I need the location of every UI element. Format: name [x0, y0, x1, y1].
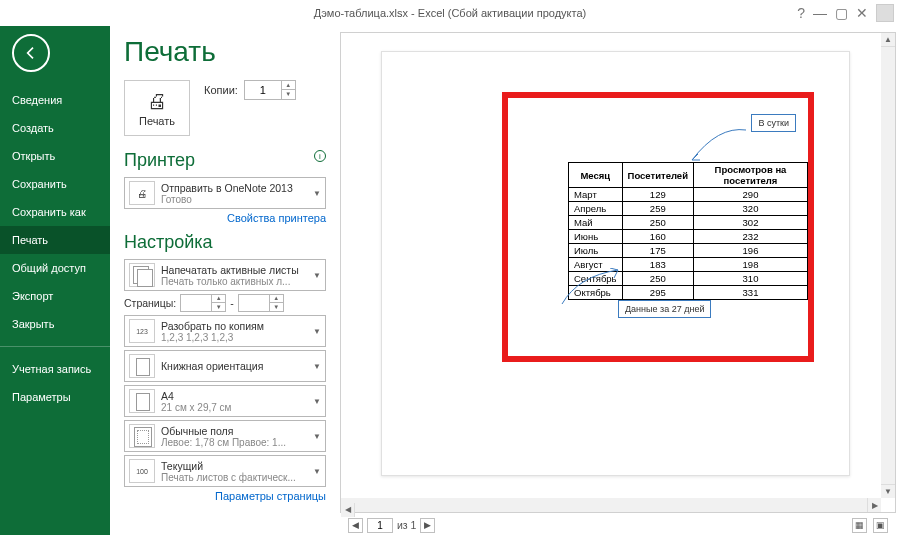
vertical-scrollbar[interactable]: ▲ ▼: [881, 33, 895, 498]
portrait-icon: [129, 354, 155, 378]
table-header: Просмотров на посетителя: [693, 163, 807, 188]
sidebar-item-new[interactable]: Создать: [0, 114, 110, 142]
close-icon[interactable]: ✕: [856, 5, 868, 21]
back-button[interactable]: [12, 34, 50, 72]
prev-page-button[interactable]: ◀: [348, 518, 363, 533]
horizontal-scrollbar[interactable]: ◀ ▶: [341, 498, 881, 512]
chevron-down-icon: ▼: [309, 467, 321, 476]
page-number-input[interactable]: [367, 518, 393, 533]
pages-to-spinner[interactable]: ▲▼: [238, 294, 284, 312]
sidebar-item-share[interactable]: Общий доступ: [0, 254, 110, 282]
table-row: Май250302: [569, 216, 808, 230]
restore-icon[interactable]: ▢: [835, 5, 848, 21]
scaling-icon: 100: [129, 459, 155, 483]
sidebar-item-options[interactable]: Параметры: [0, 383, 110, 411]
highlight-box: В сутки МесяцПосетителейПросмотров на по…: [502, 92, 814, 362]
printer-heading: Принтер: [124, 150, 326, 171]
print-what-selector[interactable]: Напечатать активные листыПечать только а…: [124, 259, 326, 291]
scroll-left-icon[interactable]: ◀: [341, 503, 355, 517]
table-row: Апрель259320: [569, 202, 808, 216]
window-title: Дэмо-таблица.xlsx - Excel (Сбой активаци…: [314, 7, 586, 19]
spinner-up-icon[interactable]: ▲: [282, 81, 295, 90]
preview-footer: ◀ из 1 ▶ ▦ ▣: [340, 515, 896, 535]
minimize-icon[interactable]: —: [813, 5, 827, 21]
paper-icon: [129, 389, 155, 413]
next-page-button[interactable]: ▶: [420, 518, 435, 533]
copies-spinner[interactable]: ▲▼: [244, 80, 296, 100]
collate-selector[interactable]: 123 Разобрать по копиям1,2,3 1,2,3 1,2,3…: [124, 315, 326, 347]
scaling-selector[interactable]: 100 ТекущийПечать листов с фактическ... …: [124, 455, 326, 487]
printer-status-icon: 🖨: [129, 181, 155, 205]
print-preview-pane: В сутки МесяцПосетителейПросмотров на по…: [340, 26, 900, 535]
printer-properties-link[interactable]: Свойства принтера: [124, 212, 326, 224]
user-avatar-icon[interactable]: [876, 4, 894, 22]
copies-label: Копии:: [204, 84, 238, 96]
show-margins-icon[interactable]: ▦: [852, 518, 867, 533]
paper-size-selector[interactable]: A421 см x 29,7 см ▼: [124, 385, 326, 417]
table-header: Месяц: [569, 163, 623, 188]
page-of-label: из 1: [397, 519, 416, 531]
printer-selector[interactable]: 🖨 Отправить в OneNote 2013 Готово ▼: [124, 177, 326, 209]
pages-from-input[interactable]: [181, 297, 211, 309]
preview-sheet: В сутки МесяцПосетителейПросмотров на по…: [381, 51, 850, 476]
zoom-to-page-icon[interactable]: ▣: [873, 518, 888, 533]
sidebar-item-save[interactable]: Сохранить: [0, 170, 110, 198]
table-row: Март129290: [569, 188, 808, 202]
chevron-down-icon: ▼: [309, 397, 321, 406]
chevron-down-icon: ▼: [309, 362, 321, 371]
chevron-down-icon: ▼: [309, 271, 321, 280]
chevron-down-icon: ▼: [309, 432, 321, 441]
copies-input[interactable]: [245, 84, 281, 96]
spinner-down-icon[interactable]: ▼: [282, 90, 295, 99]
sheets-icon: [129, 263, 155, 287]
pages-label: Страницы:: [124, 297, 176, 309]
backstage-sidebar: Сведения Создать Открыть Сохранить Сохра…: [0, 26, 110, 535]
pages-from-spinner[interactable]: ▲▼: [180, 294, 226, 312]
help-icon[interactable]: ?: [797, 5, 805, 21]
callout-arrow-icon: [688, 126, 748, 162]
printer-icon: 🖨: [147, 90, 167, 113]
collate-icon: 123: [129, 319, 155, 343]
pages-to-input[interactable]: [239, 297, 269, 309]
table-row: Июнь160232: [569, 230, 808, 244]
sidebar-item-export[interactable]: Экспорт: [0, 282, 110, 310]
print-settings-pane: Печать 🖨 Печать Копии: ▲▼ i Принтер: [110, 26, 340, 535]
preview-viewport: В сутки МесяцПосетителейПросмотров на по…: [340, 32, 896, 513]
sidebar-item-close[interactable]: Закрыть: [0, 310, 110, 338]
sidebar-item-account[interactable]: Учетная запись: [0, 355, 110, 383]
print-button[interactable]: 🖨 Печать: [124, 80, 190, 136]
callout-top: В сутки: [751, 114, 796, 132]
orientation-selector[interactable]: Книжная ориентация ▼: [124, 350, 326, 382]
page-setup-link[interactable]: Параметры страницы: [124, 490, 326, 502]
settings-heading: Настройка: [124, 232, 326, 253]
scroll-right-icon[interactable]: ▶: [867, 498, 881, 512]
sidebar-item-saveas[interactable]: Сохранить как: [0, 198, 110, 226]
sidebar-item-print[interactable]: Печать: [0, 226, 110, 254]
margins-icon: [129, 424, 155, 448]
margins-selector[interactable]: Обычные поляЛевое: 1,78 см Правое: 1... …: [124, 420, 326, 452]
sidebar-item-info[interactable]: Сведения: [0, 86, 110, 114]
page-title: Печать: [124, 36, 326, 68]
table-header: Посетителей: [622, 163, 693, 188]
scroll-down-icon[interactable]: ▼: [881, 484, 895, 498]
table-row: Июль175196: [569, 244, 808, 258]
chevron-down-icon: ▼: [309, 327, 321, 336]
printer-info-icon[interactable]: i: [314, 150, 326, 162]
scroll-up-icon[interactable]: ▲: [881, 33, 895, 47]
title-bar: Дэмо-таблица.xlsx - Excel (Сбой активаци…: [0, 0, 900, 26]
callout-bottom: Данные за 27 дней: [618, 300, 711, 318]
chevron-down-icon: ▼: [309, 189, 321, 198]
sidebar-item-open[interactable]: Открыть: [0, 142, 110, 170]
